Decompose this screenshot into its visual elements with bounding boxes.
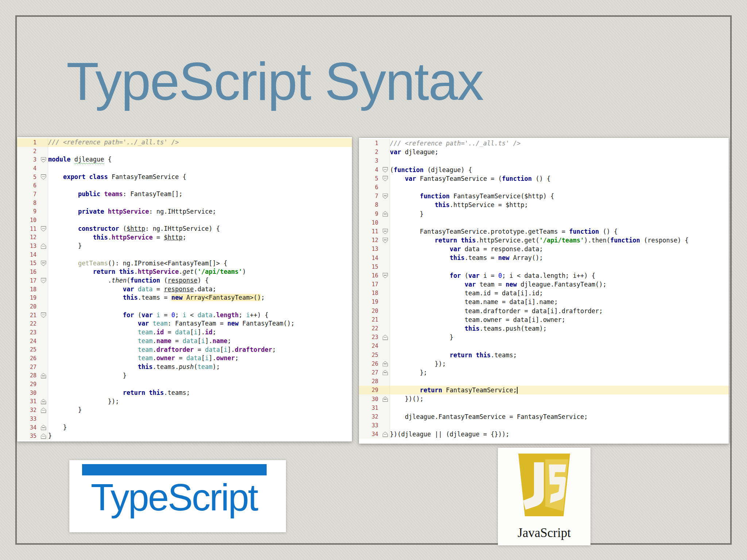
- editor-gutter: 21: [359, 315, 390, 324]
- editor-gutter: 21: [17, 311, 48, 320]
- editor-gutter: 22: [17, 319, 48, 328]
- editor-gutter: 34: [359, 430, 390, 439]
- code-text: getTeams(): ng.IPromise<FantasyTeam[]> {: [48, 259, 352, 268]
- code-text: }: [48, 423, 352, 432]
- code-line: 22 var team: FantasyTeam = new FantasyTe…: [17, 319, 352, 328]
- code-line: 8: [17, 199, 352, 207]
- line-number: 17: [359, 281, 381, 288]
- code-text: })();: [390, 394, 729, 403]
- code-text: FantasyTeamService.prototype.getTeams = …: [390, 227, 729, 236]
- editor-gutter: 33: [17, 415, 48, 423]
- line-number: 22: [17, 320, 39, 327]
- code-text: .then(function (response) {: [48, 276, 352, 285]
- fold-end-icon[interactable]: [383, 396, 388, 402]
- fold-end-icon[interactable]: [383, 370, 388, 375]
- fold-collapse-icon[interactable]: [41, 261, 46, 266]
- typescript-logo: TypeScript: [69, 460, 286, 532]
- fold-collapse-icon[interactable]: [383, 273, 388, 278]
- code-line: 10: [17, 216, 352, 225]
- fold-column: [39, 408, 48, 413]
- editor-gutter: 31: [17, 397, 48, 406]
- fold-collapse-icon[interactable]: [41, 157, 46, 163]
- code-line: 21 for (var i = 0; i < data.length; i++)…: [17, 311, 352, 320]
- fold-end-icon[interactable]: [41, 425, 46, 430]
- typescript-logo-bar: [82, 464, 267, 475]
- editor-gutter: 26: [17, 354, 48, 363]
- line-number: 19: [17, 295, 39, 301]
- line-number: 30: [359, 396, 381, 402]
- editor-gutter: 7: [359, 192, 390, 201]
- fold-collapse-icon[interactable]: [383, 167, 388, 172]
- fold-end-icon[interactable]: [383, 211, 388, 217]
- fold-collapse-icon[interactable]: [383, 176, 388, 181]
- line-number: 11: [359, 228, 381, 235]
- editor-gutter: 26: [359, 359, 390, 368]
- code-text: }: [48, 242, 352, 250]
- code-text: team.id = data[i].id;: [390, 289, 729, 298]
- code-text: djleague.FantasyTeamService = FantasyTea…: [390, 412, 729, 421]
- code-text: this.httpService = $http;: [390, 201, 729, 209]
- fold-collapse-icon[interactable]: [41, 226, 46, 232]
- fold-end-icon[interactable]: [383, 361, 388, 366]
- js-shield-icon: [508, 452, 581, 522]
- fold-collapse-icon[interactable]: [41, 312, 46, 318]
- code-text: this.teams = new Array<FantasyTeam>();: [48, 293, 352, 302]
- code-text: }: [48, 372, 352, 380]
- code-line: 15 getTeams(): ng.IPromise<FantasyTeam[]…: [17, 259, 352, 268]
- line-number: 16: [359, 272, 381, 279]
- fold-collapse-icon[interactable]: [41, 174, 46, 180]
- javascript-code-panel[interactable]: 1/// <reference path='../_all.ts' />2var…: [359, 138, 729, 444]
- code-line: 25 return this.teams;: [359, 351, 729, 359]
- code-line: 16 for (var i = 0; i < data.length; i++)…: [359, 271, 729, 280]
- fold-end-icon[interactable]: [383, 432, 388, 437]
- code-text: /// <reference path='../_all.ts' />: [48, 138, 352, 147]
- line-number: 6: [359, 184, 381, 191]
- typescript-code-panel[interactable]: 1/// <reference path='../_all.ts' />23mo…: [17, 137, 352, 442]
- code-text: team.owner = data[i].owner;: [48, 354, 352, 363]
- editor-gutter: 29: [359, 386, 390, 394]
- code-text: team.draftorder = data[i].draftorder;: [48, 346, 352, 354]
- line-number: 32: [17, 407, 39, 413]
- code-line: 24: [359, 342, 729, 350]
- editor-gutter: 25: [17, 346, 48, 354]
- fold-column: [39, 261, 48, 266]
- line-number: 19: [359, 299, 381, 305]
- fold-column: [39, 399, 48, 404]
- fold-end-icon[interactable]: [41, 408, 46, 413]
- fold-collapse-icon[interactable]: [383, 229, 388, 234]
- line-number: 4: [17, 165, 39, 172]
- editor-gutter: 20: [359, 307, 390, 315]
- editor-gutter: 25: [359, 351, 390, 359]
- editor-gutter: 9: [359, 210, 390, 218]
- editor-gutter: 3: [17, 155, 48, 164]
- code-line: 27 };: [359, 368, 729, 377]
- line-number: 31: [17, 398, 39, 405]
- line-number: 28: [359, 378, 381, 385]
- fold-end-icon[interactable]: [41, 433, 46, 439]
- code-text: this.teams.push(team);: [390, 324, 729, 333]
- code-text: module djleague {: [48, 155, 352, 164]
- line-number: 6: [17, 182, 39, 189]
- fold-end-icon[interactable]: [41, 244, 46, 249]
- fold-end-icon[interactable]: [41, 373, 46, 378]
- code-text: [390, 421, 729, 430]
- editor-gutter: 4: [359, 166, 390, 174]
- fold-collapse-icon[interactable]: [383, 238, 388, 243]
- code-text: export class FantasyTeamService {: [48, 173, 352, 182]
- code-line: 13 var data = response.data;: [359, 245, 729, 253]
- code-line: 17 var team = new djleague.FantasyTeam()…: [359, 280, 729, 289]
- fold-end-icon[interactable]: [41, 399, 46, 404]
- line-number: 5: [17, 174, 39, 180]
- line-number: 21: [17, 312, 39, 319]
- code-text: [48, 415, 352, 423]
- editor-gutter: 11: [359, 227, 390, 236]
- editor-gutter: 27: [359, 368, 390, 377]
- code-line: 15: [359, 262, 729, 271]
- line-number: 7: [17, 191, 39, 198]
- fold-collapse-icon[interactable]: [383, 194, 388, 199]
- code-text: var djleague;: [390, 148, 729, 156]
- fold-column: [39, 157, 48, 163]
- fold-collapse-icon[interactable]: [41, 278, 46, 283]
- fold-end-icon[interactable]: [383, 335, 388, 340]
- code-text: [390, 156, 729, 165]
